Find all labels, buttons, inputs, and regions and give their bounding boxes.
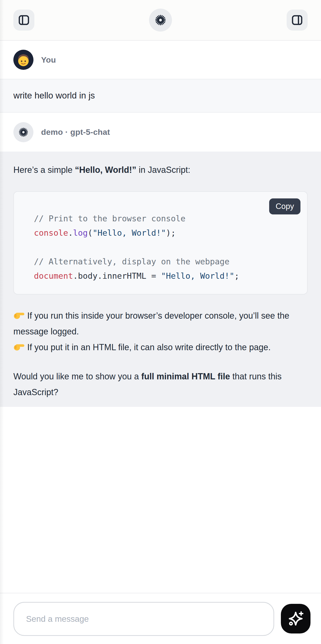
assistant-message-body: Here’s a simple “Hello, World!” in JavaS… [0, 152, 321, 407]
send-button[interactable] [281, 604, 311, 634]
assistant-message: demo · gpt-5-chat Here’s a simple “Hello… [0, 112, 321, 407]
user-avatar [13, 50, 33, 70]
user-sender-label: You [41, 55, 56, 64]
tip-text: If you run this inside your browser’s de… [13, 311, 289, 336]
code-block: Copy // Print to the browser console con… [13, 191, 308, 294]
question-text: Would you like me to show you a [13, 372, 141, 381]
conversation: You write hello world in js demo · gpt-5… [0, 41, 321, 593]
model-home-button[interactable] [149, 8, 172, 32]
assistant-avatar [13, 122, 33, 142]
intro-text: Here’s a simple [13, 165, 75, 175]
assistant-sender-row: demo · gpt-5-chat [0, 112, 321, 152]
composer: Send a message [0, 593, 321, 644]
right-panel-toggle-button[interactable] [287, 10, 308, 30]
sidebar-toggle-button[interactable] [13, 10, 34, 30]
intro-text-after: in JavaScript: [136, 165, 190, 175]
user-message: You write hello world in js [0, 41, 321, 112]
chat-app: You write hello world in js demo · gpt-5… [0, 0, 321, 644]
user-message-text: write hello world in js [13, 90, 308, 101]
code-line-empty [34, 240, 298, 254]
intro-paragraph: Here’s a simple “Hello, World!” in JavaS… [13, 162, 308, 178]
panel-right-icon [291, 14, 304, 26]
sparkle-icon [287, 610, 305, 628]
code-line: // Print to the browser console [34, 211, 298, 226]
code-line: // Alternatively, display on the webpage [34, 254, 298, 269]
tip-line: If you put it in an HTML file, it can al… [13, 340, 308, 355]
point-right-emoji-icon [13, 310, 25, 320]
question-paragraph: Would you like me to show you a full min… [13, 368, 308, 400]
starburst-icon [154, 14, 167, 27]
message-input[interactable]: Send a message [13, 602, 274, 636]
point-right-emoji-icon [13, 342, 25, 351]
message-input-placeholder: Send a message [26, 614, 89, 624]
tip-line: If you run this inside your browser’s de… [13, 308, 308, 340]
user-message-block: write hello world in js [0, 79, 321, 112]
intro-bold-text: “Hello, World!” [75, 165, 136, 175]
code-line: console.log("Hello, World!"); [34, 226, 298, 240]
panel-left-icon [17, 14, 30, 26]
code-content: // Print to the browser console console.… [14, 192, 307, 294]
tips-paragraph: If you run this inside your browser’s de… [13, 308, 308, 355]
assistant-sender-label: demo · gpt-5-chat [41, 128, 110, 137]
code-line: document.body.innerHTML = "Hello, World!… [34, 269, 298, 283]
question-bold-text: full minimal HTML file [141, 372, 230, 381]
top-bar [0, 0, 321, 41]
person-emoji-icon [13, 50, 33, 70]
tip-text: If you put it in an HTML file, it can al… [27, 342, 271, 352]
copy-button[interactable]: Copy [269, 198, 301, 214]
user-sender-row: You [0, 41, 321, 79]
starburst-icon [18, 126, 29, 138]
